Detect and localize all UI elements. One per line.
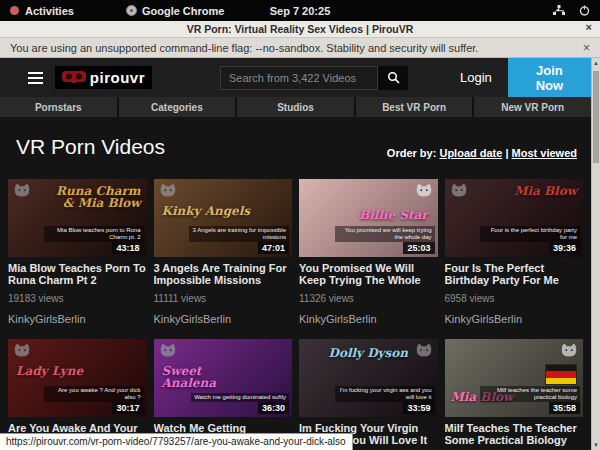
thumbnail-model-name: Sweet Analena [162,365,259,389]
video-title-link[interactable]: Four Is The Perfect Birthday Party For M… [445,262,584,286]
video-thumbnail[interactable]: Dolly Dyson I'm fucking your virgin ass … [299,339,438,417]
video-thumbnail[interactable]: Runa Charm & Mia Blow Mia Blow teaches p… [8,179,147,257]
studio-link[interactable]: KinkyGirlsBerlin [154,313,293,325]
video-card: Runa Charm & Mia Blow Mia Blow teaches p… [8,179,147,325]
video-title-link[interactable]: 3 Angels Are Training For Impossible Mis… [154,262,293,286]
video-thumbnail[interactable]: Billie Star You promised we will keep tr… [299,179,438,257]
studio-link[interactable]: KinkyGirlsBerlin [299,313,438,325]
video-views: 11326 views [299,293,438,304]
video-title-link[interactable]: Milf Teaches The Teacher Some Practical … [445,422,584,446]
focused-app-label: Google Chrome [142,5,225,17]
thumbnail-caption: Are you awake ? And your dick also ? [44,386,144,402]
duration-badge: 36:30 [258,402,289,414]
video-title-link[interactable]: Mia Blow Teaches Porn To Runa Charm Pt 2 [8,262,147,286]
nav-item-studios[interactable]: Studios [237,97,354,117]
site-logo[interactable]: pirouvr [55,66,152,89]
login-link[interactable]: Login [460,70,492,85]
site-logo-text: pirouvr [90,69,145,86]
thumbnail-caption: Watch me getting dominated softly [191,393,289,402]
studio-link[interactable]: KinkyGirlsBerlin [445,313,584,325]
video-thumbnail[interactable]: Sweet Analena Watch me getting dominated… [154,339,293,417]
studio-logo-icon [157,342,179,362]
infobar-close-icon[interactable]: × [583,41,590,55]
search-button[interactable] [378,66,408,90]
video-card: Kinky Angels 3 Angels are training for i… [154,179,293,325]
hamburger-menu-icon[interactable] [28,72,43,84]
studio-logo-icon [11,182,33,202]
activities-button[interactable]: Activities [25,5,74,17]
scrollbar-thumb[interactable] [593,71,599,163]
studio-logo-icon [558,342,580,362]
nav-item-best-vr-porn[interactable]: Best VR Porn [356,97,473,117]
site-header: pirouvr Login Join Now [0,58,591,97]
nav-item-categories[interactable]: Categories [119,97,236,117]
order-by-most-viewed-link[interactable]: Most viewed [512,147,577,159]
window-title: VR Porn: Virtual Reality Sex Videos | Pi… [187,23,414,35]
nav-item-pornstars[interactable]: Pornstars [0,97,117,117]
window-title-bar: VR Porn: Virtual Reality Sex Videos | Pi… [0,21,600,38]
video-thumbnail[interactable]: Kinky Angels 3 Angels are training for i… [154,179,293,257]
video-card: Mia Blow Milf teaches the teacher some p… [445,339,584,450]
german-flag-icon [545,364,577,385]
chrome-infobar: You are using an unsupported command-lin… [0,38,600,58]
thumbnail-model-name: Billie Star [359,209,428,221]
chrome-icon [126,5,137,16]
network-icon[interactable] [553,5,565,16]
thumbnail-caption: You promised we will keep trying the who… [335,226,435,242]
status-url-tooltip: https://pirouvr.com/vr-porn-video/779325… [0,433,353,450]
order-by-upload-date-link[interactable]: Upload date [439,147,502,159]
system-top-bar: Activities Google Chrome Sep 7 20:25 [0,0,600,21]
power-icon[interactable] [579,5,590,16]
infobar-message: You are using an unsupported command-lin… [10,42,478,54]
studio-logo-icon [157,182,179,202]
video-thumbnail[interactable]: Mia Blow Milf teaches the teacher some p… [445,339,584,417]
video-thumbnail[interactable]: Mia Blow Four is the perfect birthday pa… [445,179,584,257]
video-title-link[interactable]: You Promised We Will Keep Trying The Who… [299,262,438,286]
activities-indicator-icon [10,6,19,15]
duration-badge: 25:03 [403,242,434,254]
order-by-separator: | [505,147,508,159]
video-thumbnail[interactable]: Lady Lyne Are you awake ? And your dick … [8,339,147,417]
order-by: Order by: Upload date | Most viewed [387,147,577,159]
thumbnail-model-name: Lady Lyne [16,365,83,377]
thumbnail-caption: Mia Blow teaches porn to Runa Charm pt. … [44,226,144,242]
thumbnail-model-name: Kinky Angels [162,205,251,217]
thumbnail-caption: Milf teaches the teacher some practical … [480,386,580,402]
page-viewport: pirouvr Login Join Now Pornstars Categor… [0,58,591,450]
order-by-label: Order by: [387,147,437,159]
video-views: 6958 views [445,293,584,304]
page-title: VR Porn Videos [16,135,165,159]
thumbnail-model-name: Dolly Dyson [299,347,438,359]
focused-app-menu[interactable]: Google Chrome [126,5,225,17]
video-card: Billie Star You promised we will keep tr… [299,179,438,325]
vr-headset-icon [62,71,86,84]
join-now-button[interactable]: Join Now [508,56,591,100]
video-grid: Runa Charm & Mia Blow Mia Blow teaches p… [0,179,591,450]
thumbnail-model-name: Runa Charm & Mia Blow [44,185,141,209]
thumbnail-caption: 3 Angels are training for impossible mis… [189,226,289,242]
studio-logo-icon [11,342,33,362]
scroll-up-icon[interactable]: ▲ [592,60,600,66]
video-views: 11111 views [154,293,293,304]
duration-badge: 30:17 [112,402,143,414]
thumbnail-model-name: Mia Blow [514,185,577,197]
main-nav: Pornstars Categories Studios Best VR Por… [0,97,591,117]
studio-link[interactable]: KinkyGirlsBerlin [8,313,147,325]
video-card: Mia Blow Four is the perfect birthday pa… [445,179,584,325]
vertical-scrollbar[interactable]: ▲ ▼ [591,58,600,450]
duration-badge: 35:58 [549,402,580,414]
search-input[interactable] [220,66,378,90]
duration-badge: 43:18 [112,242,143,254]
duration-badge: 47:01 [258,242,289,254]
window-close-icon[interactable]: × [586,21,592,33]
search-icon [387,71,400,84]
video-views: 19183 views [8,293,147,304]
scroll-down-icon[interactable]: ▼ [592,442,600,448]
thumbnail-caption: Four is the perfect birthday party for m… [480,226,580,242]
studio-logo-icon [413,182,435,202]
nav-item-new-vr-porn[interactable]: New VR Porn [474,97,591,117]
studio-logo-icon [448,182,470,202]
duration-badge: 39:36 [549,242,580,254]
duration-badge: 33:59 [403,402,434,414]
thumbnail-caption: I'm fucking your virgin ass and you will… [335,386,435,402]
